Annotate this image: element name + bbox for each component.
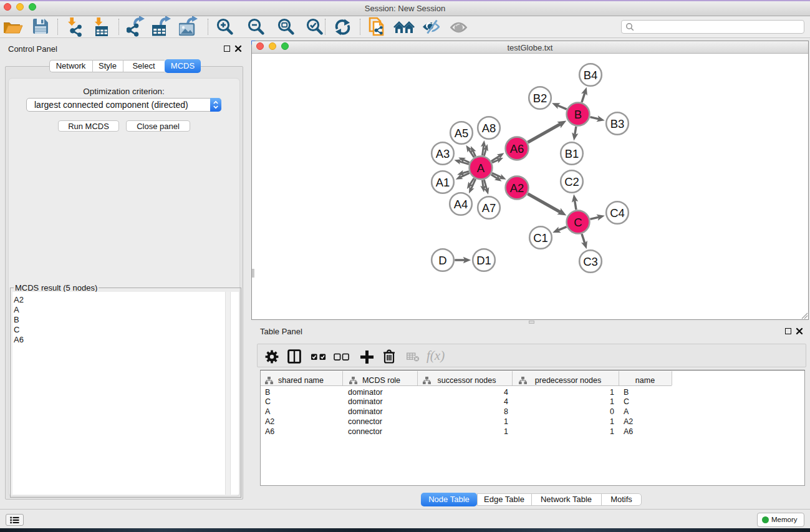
svg-text:C3: C3 <box>583 255 598 268</box>
svg-text:A7: A7 <box>482 201 496 215</box>
svg-text:A8: A8 <box>482 122 496 135</box>
svg-text:A4: A4 <box>454 198 468 211</box>
svg-text:A5: A5 <box>455 127 469 140</box>
svg-text:A6: A6 <box>510 142 524 155</box>
svg-text:A1: A1 <box>436 176 450 189</box>
svg-text:D: D <box>438 254 446 267</box>
svg-text:A: A <box>477 162 485 175</box>
svg-text:A3: A3 <box>436 147 450 160</box>
svg-text:C: C <box>574 216 582 229</box>
svg-text:C1: C1 <box>533 231 548 244</box>
svg-text:B2: B2 <box>533 92 547 105</box>
svg-text:A2: A2 <box>510 181 524 195</box>
svg-text:C2: C2 <box>564 175 579 188</box>
svg-text:C4: C4 <box>610 206 625 220</box>
svg-text:B1: B1 <box>565 147 579 160</box>
svg-text:B4: B4 <box>584 69 598 82</box>
svg-text:B3: B3 <box>610 117 625 130</box>
svg-text:B: B <box>574 108 582 121</box>
svg-text:D1: D1 <box>476 254 491 267</box>
